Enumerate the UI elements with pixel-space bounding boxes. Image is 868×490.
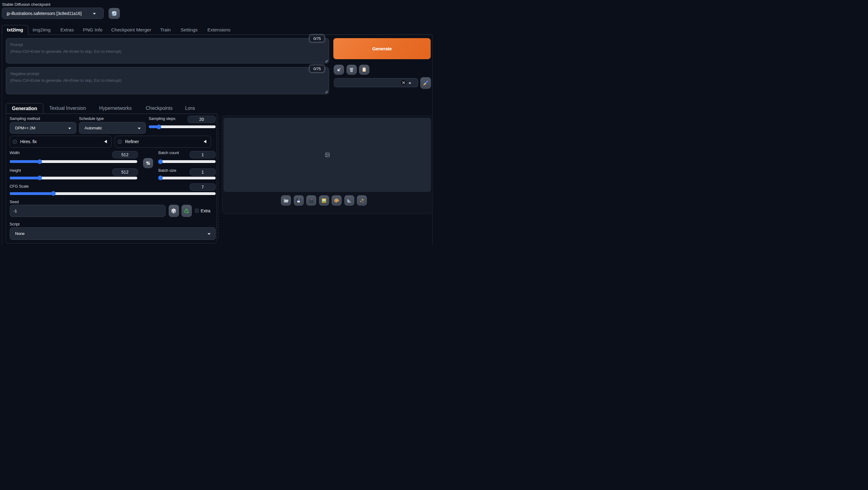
schedule-type-dropdown[interactable]: Automatic	[79, 122, 146, 134]
tab-checkpoints[interactable]: Checkpoints	[140, 103, 179, 114]
chevron-down-icon	[408, 82, 411, 84]
checkpoint-dropdown[interactable]: jp-illustrations.safetensors [3c8ed11a16…	[2, 8, 104, 19]
result-image-area[interactable]	[223, 118, 431, 192]
sampling-steps-input[interactable]: 20	[188, 116, 216, 123]
tab-textual-inversion[interactable]: Textual Inversion	[43, 103, 92, 114]
negative-placeholder-title: Negative prompt	[10, 71, 39, 76]
swap-dimensions-button[interactable]	[143, 158, 153, 168]
width-input[interactable]: 512	[112, 151, 138, 158]
palette-icon	[334, 198, 339, 204]
clipboard-icon	[362, 67, 367, 72]
main-tab-bar: txt2img img2img Extras PNG Info Checkpoi…	[2, 25, 432, 35]
script-dropdown[interactable]: None	[10, 227, 216, 240]
tab-extensions[interactable]: Extensions	[203, 25, 236, 34]
cfg-scale-label: CFG Scale	[10, 184, 29, 189]
styles-dropdown[interactable]	[334, 78, 418, 87]
folder-icon	[283, 198, 289, 204]
random-seed-button[interactable]	[169, 205, 179, 217]
generate-button[interactable]: Generate	[333, 38, 431, 59]
tab-img2img[interactable]: img2img	[28, 25, 56, 34]
tab-train[interactable]: Train	[155, 25, 176, 34]
refresh-checkpoints-button[interactable]	[108, 8, 120, 19]
tab-generation[interactable]: Generation	[6, 103, 43, 114]
resize-handle-icon[interactable]	[325, 60, 328, 63]
batch-count-label: Batch count	[158, 150, 179, 155]
slider-thumb[interactable]	[37, 176, 42, 180]
paste-generation-params-button[interactable]	[334, 65, 344, 75]
save-zip-button[interactable]	[306, 195, 316, 206]
tab-lora[interactable]: Lora	[179, 103, 201, 114]
floppy-disk-icon	[296, 198, 301, 203]
upscale-button[interactable]	[357, 195, 367, 206]
recycle-icon	[183, 208, 190, 214]
close-icon	[402, 82, 405, 84]
clear-styles-button[interactable]	[401, 80, 406, 85]
apply-styles-button[interactable]	[359, 65, 369, 75]
slider-thumb[interactable]	[51, 191, 56, 196]
swap-arrows-icon	[145, 160, 151, 166]
save-image-button[interactable]	[294, 195, 304, 206]
tab-extras[interactable]: Extras	[56, 25, 79, 34]
refiner-label: Refiner	[125, 139, 139, 144]
cfg-scale-slider[interactable]	[10, 192, 216, 195]
send-to-inpaint-button[interactable]	[332, 195, 342, 206]
sparkles-icon	[359, 198, 365, 204]
chevron-down-icon	[68, 127, 71, 129]
width-slider[interactable]	[10, 160, 137, 163]
checkpoint-value: jp-illustrations.safetensors [3c8ed11a16…	[7, 11, 82, 16]
card-file-box-icon	[308, 198, 314, 204]
paintbrush-icon	[422, 80, 429, 87]
refresh-icon	[112, 11, 117, 16]
slider-thumb[interactable]	[158, 176, 163, 180]
height-label: Height	[10, 168, 21, 173]
sampling-method-value: DPM++ 2M	[15, 126, 35, 130]
chevron-down-icon	[93, 13, 96, 14]
width-label: Width	[10, 150, 20, 155]
batch-size-slider[interactable]	[158, 177, 216, 179]
chevron-down-icon	[207, 233, 211, 235]
edit-styles-button[interactable]	[420, 77, 431, 89]
script-value: None	[15, 231, 25, 236]
batch-count-slider[interactable]	[158, 160, 216, 163]
sampling-steps-label: Sampling steps	[149, 116, 175, 121]
tab-checkpoint-merger[interactable]: Checkpoint Merger	[106, 25, 156, 34]
tab-png-info[interactable]: PNG Info	[78, 25, 107, 34]
height-slider[interactable]	[10, 177, 137, 179]
column-resize-divider[interactable]	[218, 115, 218, 239]
send-to-extras-button[interactable]	[344, 195, 354, 206]
slider-thumb[interactable]	[37, 159, 42, 164]
refiner-checkbox[interactable]	[118, 140, 122, 144]
reuse-seed-button[interactable]	[182, 205, 192, 217]
extra-seed-label: Extra	[201, 208, 211, 213]
hires-fix-label: Hires. fix	[20, 139, 37, 144]
tab-settings[interactable]: Settings	[176, 25, 203, 34]
sampling-steps-slider[interactable]	[149, 125, 216, 128]
extra-seed-checkbox[interactable]	[195, 209, 199, 213]
height-input[interactable]: 512	[112, 169, 138, 176]
hires-fix-checkbox[interactable]	[13, 140, 17, 144]
slider-thumb[interactable]	[158, 159, 163, 164]
sampling-method-label: Sampling method	[10, 116, 40, 121]
clear-prompt-button[interactable]	[346, 65, 357, 75]
generate-button-label: Generate	[372, 46, 392, 52]
batch-size-label: Batch size	[158, 168, 176, 173]
batch-size-input[interactable]: 1	[190, 169, 216, 176]
send-to-img2img-button[interactable]	[319, 195, 329, 206]
open-folder-button[interactable]	[281, 195, 291, 206]
negative-token-counter: 0/75	[310, 65, 324, 72]
seed-input[interactable]: -1	[10, 205, 165, 217]
batch-count-input[interactable]: 1	[190, 151, 216, 158]
schedule-type-label: Schedule type	[79, 116, 104, 121]
framed-picture-icon	[321, 198, 327, 204]
tab-txt2img[interactable]: txt2img	[2, 25, 28, 35]
prompt-textarea[interactable]: Prompt(Press Ctrl+Enter to generate, Alt…	[6, 38, 329, 63]
tab-hypernetworks[interactable]: Hypernetworks	[93, 103, 138, 114]
hires-fix-accordion[interactable]: Hires. fix	[10, 136, 112, 148]
slider-thumb[interactable]	[156, 124, 161, 129]
trash-icon	[349, 67, 354, 72]
sampling-method-dropdown[interactable]: DPM++ 2M	[10, 122, 76, 134]
resize-handle-icon[interactable]	[325, 90, 328, 93]
refiner-accordion[interactable]: Refiner	[115, 136, 211, 148]
negative-prompt-textarea[interactable]: Negative prompt(Press Ctrl+Enter to gene…	[6, 67, 329, 94]
cfg-scale-input[interactable]: 7	[190, 183, 216, 191]
